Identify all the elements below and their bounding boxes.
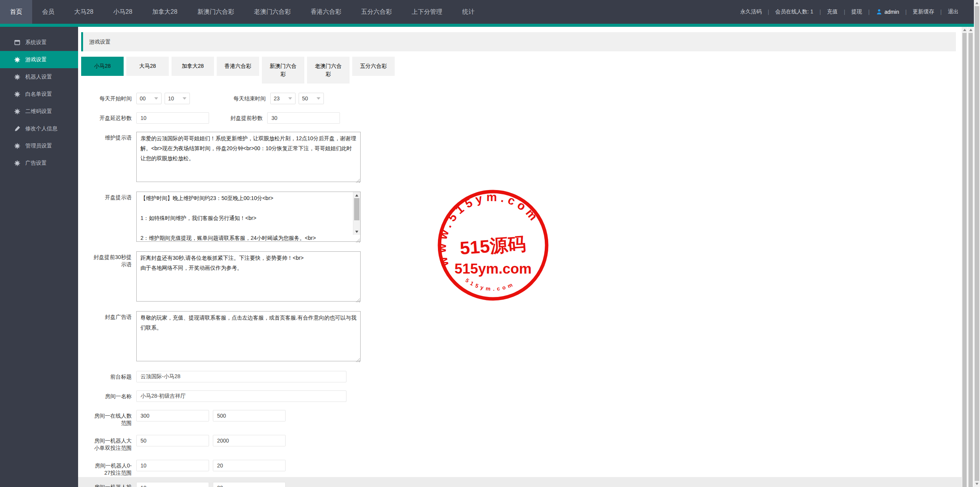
field-label: 每天结束时间 xyxy=(217,93,270,102)
nav-item-members[interactable]: 会员 xyxy=(32,0,64,24)
update-cache-link[interactable]: 更新缓存 xyxy=(910,8,936,15)
tab-dama28[interactable]: 大马28 xyxy=(126,57,169,76)
scroll-up-icon[interactable] xyxy=(962,27,967,33)
nav-item-canada28[interactable]: 加拿大28 xyxy=(142,0,188,24)
open-delay-input[interactable] xyxy=(136,112,209,124)
scrollbar-thumb[interactable] xyxy=(962,33,967,487)
nav-item-new-macau[interactable]: 新澳门六合彩 xyxy=(187,0,244,24)
nav-item-old-macau[interactable]: 老澳门六合彩 xyxy=(244,0,301,24)
window-scrollbar[interactable] xyxy=(974,0,980,487)
scrollbar-thumb[interactable] xyxy=(969,33,973,487)
scrollbar-thumb[interactable] xyxy=(354,198,359,220)
form-row-room1-robot-bet: 房间一机器人大 小单双投注范围 xyxy=(81,435,962,452)
separator: | xyxy=(936,9,946,15)
gear-icon xyxy=(14,108,21,115)
start-minute-select[interactable]: 10 xyxy=(165,93,190,104)
clipped-min-input[interactable] xyxy=(136,482,209,487)
separator: | xyxy=(764,9,773,15)
navbar-right: 永久活码 | 会员在线人数: 1 | 充值 | 提现 | admin | 更新缓… xyxy=(738,0,974,24)
nav-item-hongkong[interactable]: 香港六合彩 xyxy=(301,0,351,24)
window-icon xyxy=(14,39,21,46)
recharge-link[interactable]: 充值 xyxy=(825,8,840,15)
sidebar: 系统设置 游戏设置 机器人设置 白名单设置 二维码设置 修改个人信息 管理员 xyxy=(0,27,78,487)
close-30s-tip-textarea[interactable]: 距离封盘还有30秒,请各位老板抓紧下注。下注要快，姿势要帅！<br> 由于各地网… xyxy=(136,251,361,302)
pencil-icon xyxy=(14,125,21,132)
maintain-tip-textarea[interactable]: 亲爱的云顶国际的哥哥姐姐们！系统更新维护，让双眼放松片刻，12点10分后开盘，谢… xyxy=(136,132,361,182)
nav-item-home[interactable]: 首页 xyxy=(0,0,32,24)
scroll-down-icon[interactable] xyxy=(353,229,360,234)
form-row-front-title: 前台标题 xyxy=(81,371,962,382)
sidebar-item-game-settings[interactable]: 游戏设置 xyxy=(0,51,78,68)
tab-xiaoma28[interactable]: 小马28 xyxy=(81,57,124,76)
inner-scrollbar-1[interactable] xyxy=(968,27,973,487)
form-row-open-tip: 开盘提示语 【维护时间】晚上维护时间约23：50至晚上00:10分<br> 1：… xyxy=(81,192,962,243)
room1-online-min-input[interactable] xyxy=(136,410,209,421)
sidebar-item-label: 广告设置 xyxy=(25,160,47,167)
withdraw-link[interactable]: 提现 xyxy=(849,8,864,15)
tab-5min-lottery[interactable]: 五分六合彩 xyxy=(352,57,395,76)
tab-canada28[interactable]: 加拿大28 xyxy=(172,57,214,76)
field-label: 房间一在线人数 范围 xyxy=(81,410,136,427)
start-hour-select[interactable]: 00 xyxy=(136,93,162,104)
nav-item-score-manage[interactable]: 上下分管理 xyxy=(402,0,452,24)
sidebar-item-label: 管理员设置 xyxy=(25,143,52,149)
sidebar-item-whitelist-settings[interactable]: 白名单设置 xyxy=(0,85,78,103)
end-hour-select[interactable]: 23 xyxy=(270,93,296,104)
sidebar-item-system-settings[interactable]: 系统设置 xyxy=(0,34,78,51)
sidebar-item-robot-settings[interactable]: 机器人设置 xyxy=(0,68,78,85)
scroll-up-icon[interactable] xyxy=(968,27,973,33)
separator: | xyxy=(864,9,874,15)
sidebar-item-label: 系统设置 xyxy=(25,39,47,46)
room1-robot-bet-max-input[interactable] xyxy=(213,435,286,446)
gear-icon xyxy=(14,56,21,63)
room1-robot-bet-min-input[interactable] xyxy=(136,435,209,446)
select-value: 23 xyxy=(274,95,280,102)
inner-scrollbar-2[interactable] xyxy=(962,27,967,487)
user-menu[interactable]: admin xyxy=(874,9,902,15)
end-minute-select[interactable]: 50 xyxy=(299,93,324,104)
clipped-max-input[interactable] xyxy=(213,482,286,487)
scroll-up-icon[interactable] xyxy=(353,192,360,198)
tab-new-macau[interactable]: 新澳门六合彩 xyxy=(262,57,304,84)
form-row-daily-time: 每天开始时间 00 10 每天结束时间 23 50 xyxy=(81,93,962,104)
main-menu: 首页 会员 大马28 小马28 加拿大28 新澳门六合彩 老澳门六合彩 香港六合… xyxy=(0,0,484,24)
textarea-scrollbar[interactable] xyxy=(353,192,360,235)
sidebar-item-edit-profile[interactable]: 修改个人信息 xyxy=(0,120,78,137)
tab-old-macau[interactable]: 老澳门六合彩 xyxy=(307,57,350,84)
sidebar-item-label: 白名单设置 xyxy=(25,91,52,98)
scrollbar-thumb[interactable] xyxy=(975,6,979,481)
logout-link[interactable]: 退出 xyxy=(946,8,961,15)
tab-hongkong[interactable]: 香港六合彩 xyxy=(217,57,259,76)
room1-online-max-input[interactable] xyxy=(213,410,286,421)
main-content: 游戏设置 小马28 大马28 加拿大28 香港六合彩 新澳门六合彩 老澳门六合彩… xyxy=(78,27,962,487)
room1-robot-027-min-input[interactable] xyxy=(136,460,209,471)
theme-divider xyxy=(0,24,974,27)
sidebar-item-label: 二维码设置 xyxy=(25,108,52,115)
nav-item-xiaoma28[interactable]: 小马28 xyxy=(103,0,142,24)
permanent-code-link[interactable]: 永久活码 xyxy=(738,8,764,15)
close-ad-textarea[interactable]: 尊敬的玩家，充值、提现请联系客服，点击左边客服，或首页客服.有合作意向的也可以与… xyxy=(136,311,361,361)
room1-robot-027-max-input[interactable] xyxy=(213,460,286,471)
nav-item-5min-lottery[interactable]: 五分六合彩 xyxy=(351,0,402,24)
sidebar-item-admin-settings[interactable]: 管理员设置 xyxy=(0,137,78,154)
username: admin xyxy=(885,9,899,15)
field-label: 房间一机器人大 小单双投注范围 xyxy=(81,435,136,452)
scroll-up-icon[interactable] xyxy=(974,0,980,6)
scroll-down-icon[interactable] xyxy=(974,481,980,487)
field-label: 开盘提示语 xyxy=(81,192,136,201)
close-advance-input[interactable] xyxy=(267,112,340,124)
nav-item-dama28[interactable]: 大马28 xyxy=(64,0,103,24)
sidebar-item-ad-settings[interactable]: 广告设置 xyxy=(0,154,78,172)
front-title-input[interactable] xyxy=(136,371,346,382)
field-label: 封盘提前秒数 xyxy=(214,112,267,122)
top-navbar: 首页 会员 大马28 小马28 加拿大28 新澳门六合彩 老澳门六合彩 香港六合… xyxy=(0,0,974,24)
separator: | xyxy=(902,9,911,15)
open-tip-textarea[interactable]: 【维护时间】晚上维护时间约23：50至晚上00:10分<br> 1：如特殊时间维… xyxy=(136,192,361,242)
chevron-down-icon xyxy=(288,97,292,100)
chevron-down-icon xyxy=(183,97,186,100)
sidebar-item-qrcode-settings[interactable]: 二维码设置 xyxy=(0,103,78,120)
room1-name-input[interactable] xyxy=(136,390,346,402)
nav-item-statistics[interactable]: 统计 xyxy=(452,0,484,24)
field-label: 房间一名称 xyxy=(81,390,136,400)
field-label: 房间一机器人投 xyxy=(81,482,136,487)
